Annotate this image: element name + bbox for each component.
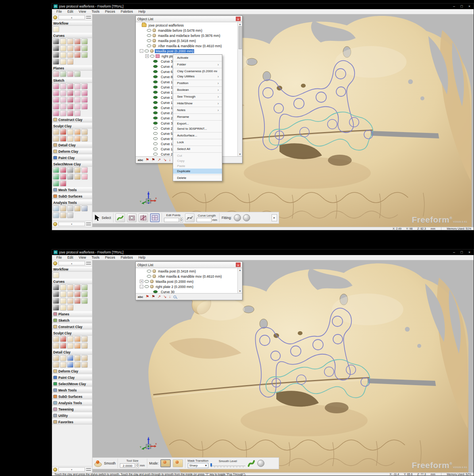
- visibility-icon[interactable]: [145, 285, 149, 288]
- tree-item-label[interactable]: Curve 8: [160, 75, 173, 79]
- section-header[interactable]: Workflow: [52, 267, 92, 272]
- tool-icon[interactable]: [67, 59, 73, 65]
- flag-icon[interactable]: ⚑: [146, 158, 149, 162]
- grid-panel-tool-icon[interactable]: [150, 213, 160, 222]
- context-menu-item[interactable]: Send to 3DSPRINT...: [173, 126, 222, 131]
- tool-icon[interactable]: [53, 83, 59, 89]
- tree-expander[interactable]: [142, 34, 146, 37]
- context-menu-item[interactable]: Activate: [173, 55, 222, 60]
- tool-icon[interactable]: [67, 291, 73, 297]
- tree-item-label[interactable]: maxilla post (0.3418 mm): [157, 269, 197, 273]
- titlebar[interactable]: FI jove protocol wafferless - Freeform […: [52, 4, 474, 9]
- section-header[interactable]: Sculpt Clay: [52, 330, 92, 336]
- tool-icon[interactable]: [53, 212, 59, 218]
- tool-icon[interactable]: [53, 52, 59, 58]
- project-curve-tool-icon[interactable]: [127, 213, 137, 222]
- context-menu-item[interactable]: Copy: [173, 158, 222, 163]
- tool-icon[interactable]: [81, 174, 88, 180]
- tool-icon[interactable]: [60, 298, 66, 304]
- tool-icon[interactable]: [60, 362, 66, 368]
- context-menu-item[interactable]: AutoSurface...: [173, 132, 222, 138]
- section-header[interactable]: Tweening: [52, 407, 92, 412]
- tree-expander[interactable]: [148, 96, 152, 99]
- tool-icon[interactable]: [81, 336, 88, 342]
- tool-icon[interactable]: [53, 272, 59, 278]
- tool-icon[interactable]: [53, 298, 59, 304]
- grip-handle-icon[interactable]: [86, 468, 91, 471]
- tree-expander[interactable]: +: [145, 54, 149, 58]
- tree-row[interactable]: - Maxilla post (0.2000 mm): [136, 48, 237, 54]
- tree-expander[interactable]: [137, 23, 141, 27]
- context-menu-item[interactable]: Boolean ›: [173, 86, 222, 92]
- edit-points-stepper[interactable]: ▴▾: [180, 217, 183, 223]
- tree-item-label[interactable]: Curve 30: [160, 290, 175, 294]
- tool-icon[interactable]: [60, 343, 66, 349]
- tool-icon[interactable]: [53, 180, 59, 186]
- visibility-icon[interactable]: [153, 148, 158, 150]
- rename-abc-button[interactable]: abc: [138, 295, 143, 299]
- menu-item[interactable]: Help: [136, 255, 148, 259]
- edit-points-field[interactable]: [164, 218, 179, 222]
- tool-icon[interactable]: [67, 129, 73, 135]
- tree-expander[interactable]: [148, 75, 152, 79]
- tool-icon[interactable]: [74, 355, 81, 361]
- scroll-down-icon[interactable]: ▼: [239, 289, 241, 293]
- tool-icon[interactable]: [53, 97, 59, 103]
- tool-icon[interactable]: [67, 336, 73, 342]
- tool-icon[interactable]: [67, 90, 73, 96]
- tree-expander[interactable]: [148, 80, 152, 84]
- tree-expander[interactable]: [148, 70, 152, 73]
- tool-icon[interactable]: [67, 343, 73, 349]
- tool-icon[interactable]: [74, 298, 81, 304]
- tool-icon[interactable]: [67, 38, 73, 44]
- tool-icon[interactable]: [60, 52, 66, 58]
- scroll-thumb[interactable]: [239, 26, 242, 49]
- mask-transition-select[interactable]: Sharp ▾: [188, 463, 208, 468]
- tool-icon[interactable]: [60, 104, 66, 109]
- tool-icon[interactable]: [67, 212, 73, 218]
- tree-row[interactable]: maxilla post (0.3418 mm): [136, 269, 237, 274]
- tool-icon[interactable]: [53, 129, 59, 135]
- tool-icon[interactable]: [67, 83, 73, 89]
- tree-item-label[interactable]: Curve 2: [160, 127, 173, 131]
- tool-icon[interactable]: [60, 212, 66, 218]
- tree-expander[interactable]: [148, 101, 152, 104]
- toolbar-expand-button[interactable]: ▸: [272, 214, 277, 221]
- section-header[interactable]: Utility: [52, 413, 92, 418]
- tool-icon[interactable]: [67, 205, 73, 211]
- tree-row[interactable]: + Maxilla post (0.2000 mm): [136, 279, 237, 284]
- tree-row[interactable]: jove protocol wafferless: [136, 23, 237, 28]
- gear-icon[interactable]: [53, 468, 57, 472]
- visibility-icon[interactable]: [153, 153, 158, 155]
- tool-icon[interactable]: [60, 336, 66, 342]
- tree-expander[interactable]: [142, 39, 146, 42]
- section-header[interactable]: Select/Move Clay: [52, 381, 92, 386]
- tree-expander[interactable]: [148, 147, 152, 151]
- tool-icon[interactable]: [67, 104, 73, 109]
- section-header[interactable]: Paint Clay: [52, 155, 92, 160]
- tool-icon[interactable]: [60, 110, 66, 116]
- flag-move-icon[interactable]: ⚑: [152, 295, 155, 299]
- visibility-icon[interactable]: [153, 81, 158, 83]
- visibility-icon[interactable]: [147, 34, 151, 37]
- visibility-icon[interactable]: [153, 96, 158, 99]
- tool-icon[interactable]: [53, 38, 59, 44]
- palette-dropdown[interactable]: ▴: [58, 261, 85, 265]
- grip-handle-icon[interactable]: [86, 223, 91, 225]
- tool-icon[interactable]: [67, 174, 73, 180]
- context-menu-item[interactable]: Select All: [173, 146, 222, 152]
- tool-icon[interactable]: [74, 362, 81, 368]
- fitting-loose-icon[interactable]: [234, 214, 241, 221]
- section-header[interactable]: Sketch: [52, 318, 92, 323]
- tool-icon[interactable]: [81, 38, 88, 44]
- tree-item-label[interactable]: After maxilla & mandible mov (0.4610 mm): [157, 44, 223, 48]
- maximize-button[interactable]: □: [461, 4, 462, 8]
- tool-icon[interactable]: [67, 305, 73, 311]
- menu-item[interactable]: View: [76, 255, 89, 259]
- section-header[interactable]: Planes: [52, 311, 92, 317]
- visibility-icon[interactable]: [153, 86, 158, 88]
- tool-icon[interactable]: [60, 205, 66, 211]
- menu-item[interactable]: Palettes: [118, 10, 136, 13]
- tool-icon[interactable]: [53, 45, 59, 51]
- visibility-icon[interactable]: [147, 39, 151, 42]
